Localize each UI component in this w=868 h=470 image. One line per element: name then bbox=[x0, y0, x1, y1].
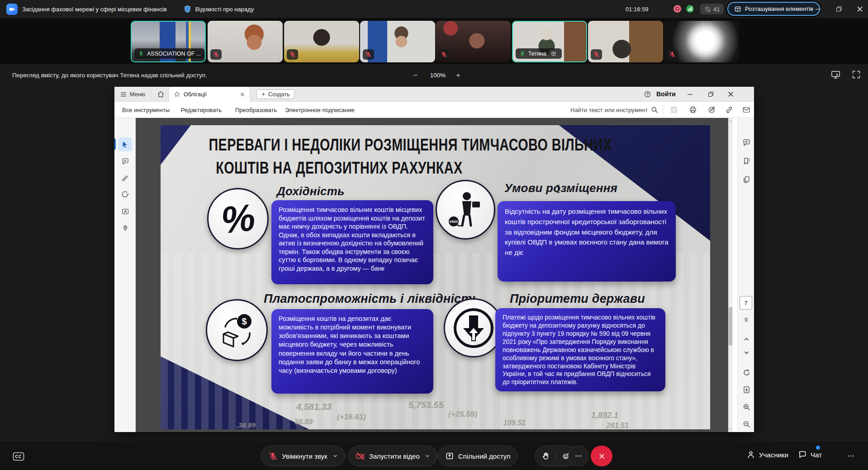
pdf-restore-button[interactable] bbox=[707, 90, 715, 98]
shared-content-message: Перегляд вмісту, до якого користувач Тет… bbox=[12, 72, 207, 79]
unmute-button[interactable]: Увімкнути звук bbox=[261, 446, 345, 466]
rotate-page-button[interactable] bbox=[741, 367, 751, 377]
highlight-tool-button[interactable] bbox=[118, 171, 132, 185]
zoom-in-page-button[interactable] bbox=[741, 402, 751, 412]
next-page-button[interactable] bbox=[741, 348, 751, 357]
video-thumbnail[interactable]: ASSOCIATION OF ... bbox=[131, 21, 206, 62]
fullscreen-icon[interactable] bbox=[851, 70, 861, 80]
block-heading: Пріоритети держави bbox=[510, 292, 645, 306]
ticker-watermark: (+16.61) bbox=[337, 413, 366, 422]
chat-notification-dot bbox=[816, 446, 820, 450]
hidden-participants-pill[interactable]: 41 bbox=[700, 4, 724, 14]
view-options-icon[interactable] bbox=[830, 70, 841, 80]
start-video-button[interactable]: Запустити відео bbox=[348, 446, 437, 466]
ticker-watermark: 38.89 bbox=[294, 418, 313, 426]
fill-sign-tool-button[interactable] bbox=[118, 221, 132, 235]
pdf-scrollbar[interactable] bbox=[728, 118, 733, 432]
connection-stats-icon[interactable] bbox=[685, 4, 695, 14]
video-thumbnail[interactable] bbox=[588, 21, 663, 62]
pdf-menu-button[interactable]: Меню bbox=[120, 87, 145, 102]
zoom-logo-icon bbox=[6, 4, 18, 15]
comments-panel-button[interactable] bbox=[741, 137, 751, 147]
chevron-down-icon[interactable] bbox=[425, 453, 430, 459]
percent-icon: % bbox=[207, 188, 269, 249]
bookmarks-panel-button[interactable] bbox=[741, 156, 751, 166]
pdf-create-button[interactable]: Создать bbox=[256, 89, 294, 99]
close-window-button[interactable] bbox=[856, 5, 864, 13]
chat-button[interactable]: Чат bbox=[798, 450, 822, 459]
pdf-document-tab[interactable]: Облігації bbox=[169, 87, 250, 102]
pen-nib-icon bbox=[121, 224, 129, 232]
previous-page-button[interactable] bbox=[741, 334, 751, 344]
menu-convert[interactable]: Преобразовать bbox=[235, 102, 277, 118]
help-icon[interactable] bbox=[644, 90, 651, 98]
search-icon[interactable] bbox=[650, 106, 659, 114]
star-icon bbox=[174, 91, 180, 98]
raise-hand-icon[interactable] bbox=[541, 451, 550, 461]
minimize-button[interactable] bbox=[814, 5, 822, 13]
layout-grid-icon bbox=[734, 5, 741, 13]
ticker-watermark: (+25.59) bbox=[448, 410, 477, 419]
layout-elements-button[interactable]: Розташування елементів bbox=[727, 2, 820, 16]
captions-icon[interactable] bbox=[13, 452, 24, 461]
scrollbar-thumb[interactable] bbox=[729, 307, 732, 346]
meeting-info-button[interactable]: Відомості про нараду bbox=[183, 5, 254, 14]
more-menu-icon[interactable] bbox=[847, 452, 855, 460]
video-thumbnail[interactable] bbox=[208, 21, 283, 62]
pages-panel-button[interactable] bbox=[741, 174, 751, 184]
add-text-tool-button[interactable] bbox=[118, 204, 132, 218]
tab-close-icon[interactable] bbox=[240, 92, 245, 97]
block-heading: Платоспроможність і ліквідність bbox=[264, 292, 479, 306]
block-body: Відсутність на дату розміщення тимчасово… bbox=[498, 201, 676, 282]
pdf-page-viewport: ПЕРЕВАГИ І НЕДОЛІКИ РОЗМІЩЕННЯ ТИМЧАСОВО… bbox=[136, 118, 728, 432]
pdf-search-label[interactable]: Найти текст или инструмент bbox=[570, 102, 648, 118]
draw-tool-button[interactable] bbox=[118, 188, 132, 202]
menu-esign[interactable]: Электронное подписание bbox=[285, 102, 355, 118]
pdf-menu-label: Меню bbox=[130, 91, 145, 98]
box-dollar-icon: $ bbox=[206, 299, 268, 361]
save-icon[interactable] bbox=[670, 106, 678, 114]
lasso-icon bbox=[121, 191, 129, 199]
print-icon[interactable] bbox=[689, 106, 697, 114]
ai-assistant-icon[interactable] bbox=[708, 106, 716, 114]
video-thumbnail[interactable] bbox=[284, 21, 359, 62]
pdf-close-button[interactable] bbox=[727, 90, 735, 98]
meeting-title: Засідання фахової мережі у сфері місцеви… bbox=[22, 6, 167, 13]
select-tool-button[interactable] bbox=[118, 137, 132, 151]
share-link-icon[interactable] bbox=[725, 106, 733, 114]
share-screen-icon bbox=[445, 451, 454, 461]
block-body: Розміщення тимчасово вільних коштів місц… bbox=[271, 200, 433, 284]
zoom-out-button[interactable]: − bbox=[409, 70, 421, 81]
recording-indicator-icon[interactable] bbox=[673, 4, 682, 14]
mic-muted-icon bbox=[669, 51, 676, 58]
video-thumbnail[interactable] bbox=[360, 21, 435, 62]
comment-tool-button[interactable] bbox=[118, 154, 132, 168]
fit-page-button[interactable] bbox=[741, 385, 751, 395]
menu-edit[interactable]: Редактировать bbox=[181, 102, 222, 118]
text-box-icon bbox=[121, 207, 129, 216]
selected-tool-indicator bbox=[114, 139, 116, 150]
pdf-minimize-button[interactable] bbox=[686, 90, 694, 98]
ellipsis-icon bbox=[574, 452, 583, 460]
email-icon[interactable] bbox=[742, 106, 750, 114]
page-number-input[interactable]: 7 bbox=[740, 296, 752, 310]
restore-window-button[interactable] bbox=[835, 5, 843, 13]
home-icon bbox=[157, 90, 165, 98]
more-options-button[interactable] bbox=[568, 446, 589, 466]
marker-pen-icon bbox=[121, 174, 129, 182]
leave-meeting-button[interactable] bbox=[591, 446, 612, 466]
participants-button[interactable]: Учасники bbox=[746, 450, 788, 459]
dollar-glyph: $ bbox=[242, 316, 247, 326]
pdf-signin-button[interactable]: Войти bbox=[656, 90, 676, 98]
menu-all-tools[interactable]: Все инструменты bbox=[122, 102, 170, 118]
meeting-timer: 01:16:59 bbox=[626, 6, 649, 13]
video-thumbnail[interactable] bbox=[436, 21, 511, 62]
zoom-in-button[interactable]: + bbox=[452, 70, 464, 81]
chevron-down-icon[interactable] bbox=[332, 453, 338, 459]
zoom-out-page-button[interactable] bbox=[741, 419, 751, 429]
pdf-home-button[interactable] bbox=[157, 87, 165, 102]
video-thumbnail-presenter[interactable]: Тетяна bbox=[512, 21, 587, 62]
pdf-left-tool-rail bbox=[114, 118, 136, 432]
video-thumbnail[interactable] bbox=[664, 21, 739, 62]
share-screen-button[interactable]: Спільний доступ bbox=[438, 446, 517, 466]
